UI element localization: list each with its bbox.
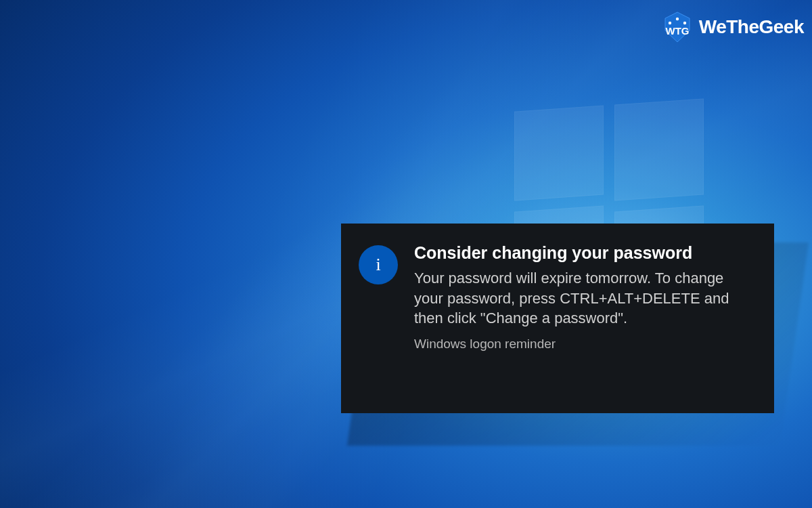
- notification-title: Consider changing your password: [414, 242, 754, 263]
- wethegeek-logo-icon: WTG: [660, 9, 695, 45]
- svg-point-0: [669, 22, 671, 24]
- watermark-brand: WTG WeTheGeek: [660, 9, 804, 45]
- info-icon-glyph: i: [376, 255, 380, 275]
- svg-point-1: [676, 18, 679, 20]
- notification-content: Consider changing your password Your pas…: [414, 242, 754, 396]
- notification-body: Your password will expire tomorrow. To c…: [414, 268, 754, 329]
- svg-text:WTG: WTG: [665, 25, 689, 37]
- watermark-brand-text: WeTheGeek: [699, 16, 804, 38]
- toast-notification[interactable]: i Consider changing your password Your p…: [341, 224, 774, 413]
- svg-point-2: [683, 22, 686, 24]
- info-icon: i: [359, 245, 398, 284]
- notification-source: Windows logon reminder: [414, 337, 754, 352]
